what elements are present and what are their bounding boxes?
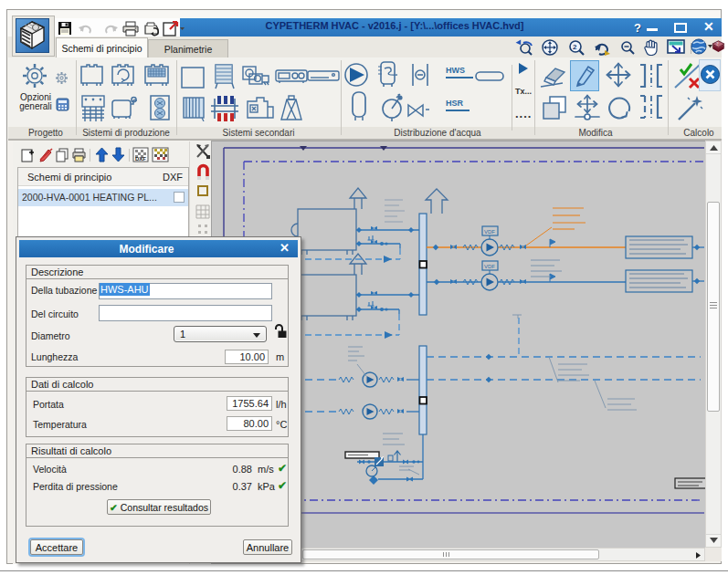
svg-text:DXF: DXF [135,156,146,162]
svg-text:2: 2 [573,43,577,51]
svg-text:VDF: VDF [484,229,495,235]
svg-text:VDF: VDF [484,264,495,269]
